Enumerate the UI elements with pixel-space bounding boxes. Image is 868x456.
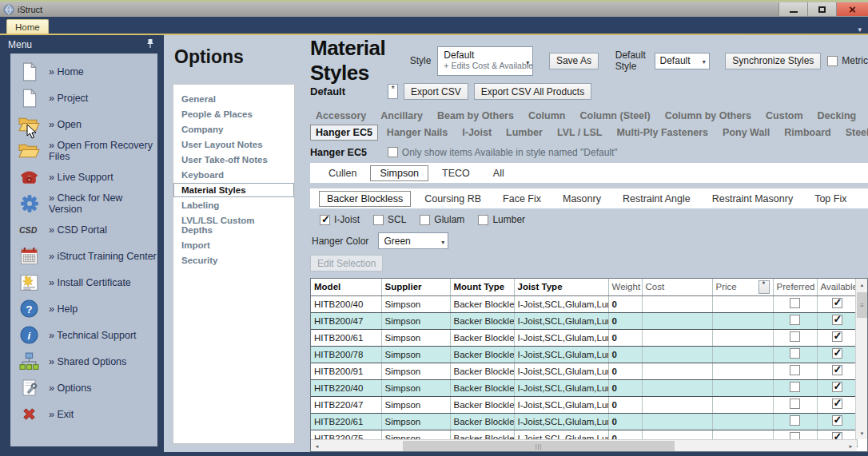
cell-mount-type[interactable]: Backer Blockless (450, 413, 514, 430)
cell-mount-type[interactable]: Backer Blockless (450, 329, 514, 346)
column-header-available[interactable]: Available (817, 279, 857, 295)
cell-weight[interactable]: 0 (608, 329, 642, 346)
options-item-general[interactable]: General (173, 92, 294, 106)
scroll-up-button[interactable] (856, 279, 868, 291)
cell-price[interactable] (712, 295, 773, 312)
sidebar-item-exit[interactable]: » Exit (10, 401, 157, 427)
sidebar-item-istruct-training-center[interactable]: » iStruct Training Center (10, 243, 157, 269)
brand-tab-simpson[interactable]: Simpson (370, 165, 428, 181)
scroll-down-button[interactable] (856, 427, 868, 439)
cell-available-checkbox[interactable] (817, 396, 857, 413)
cell-available-checkbox[interactable] (817, 295, 857, 312)
options-item-material-styles[interactable]: Material Styles (173, 183, 294, 197)
cell-preferred-checkbox[interactable] (773, 346, 817, 363)
column-header-weight[interactable]: Weight (608, 279, 642, 295)
cell-available-checkbox[interactable] (817, 346, 857, 363)
cell-supplier[interactable]: Simpson (381, 346, 450, 363)
options-item-people-places[interactable]: People & Places (173, 107, 294, 121)
category-tab-steel-w-shape[interactable]: Steel W Shape (840, 125, 868, 141)
cell-cost[interactable] (642, 396, 712, 413)
edit-selection-button[interactable]: Edit Selection (310, 255, 383, 272)
options-item-lvl-lsl-custom-depths[interactable]: LVL/LSL Custom Depths (173, 213, 294, 237)
cell-joist-type[interactable]: I-Joist,SCL,Glulam,Lumber (514, 329, 608, 346)
cell-mount-type[interactable]: Backer Blockless (450, 312, 514, 329)
category-tab-column-steel[interactable]: Column (Steel) (574, 108, 655, 124)
table-row-hitb200-61[interactable]: HITB200/61SimpsonBacker BlocklessI-Joist… (311, 329, 857, 346)
cell-supplier[interactable]: Simpson (381, 295, 450, 312)
table-row-hitb200-47[interactable]: HITB200/47SimpsonBacker BlocklessI-Joist… (311, 312, 857, 329)
category-tab-custom[interactable]: Custom (760, 108, 809, 124)
cell-mount-type[interactable]: Backer Blockless (450, 346, 514, 363)
sidebar-item-install-certificate[interactable]: » Install Certificate (10, 269, 157, 295)
synchronize-styles-button[interactable]: Synchronize Styles (725, 53, 821, 69)
column-header-mount-type[interactable]: Mount Type (450, 279, 514, 295)
cell-joist-type[interactable]: I-Joist,SCL,Glulam,Lumber (514, 295, 608, 312)
filter-checkbox-lumber[interactable]: Lumber (478, 214, 525, 225)
table-row-hitb200-40[interactable]: HITB200/40SimpsonBacker BlocklessI-Joist… (311, 295, 857, 312)
cell-mount-type[interactable]: Backer Blockless (450, 396, 514, 413)
mount-tab-face-fix[interactable]: Face Fix (495, 191, 549, 207)
cell-available-checkbox[interactable] (817, 413, 857, 430)
cell-model[interactable]: HITB200/91 (311, 363, 381, 379)
sidebar-item-csd-portal[interactable]: CSD» CSD Portal (10, 216, 157, 243)
category-tab-beam-by-others[interactable]: Beam by Others (432, 108, 520, 124)
cell-model[interactable]: HITB200/78 (311, 346, 381, 363)
cell-model[interactable]: HITB220/47 (311, 396, 381, 413)
cell-cost[interactable] (642, 363, 712, 379)
mount-tab-coursing-rb[interactable]: Coursing RB (416, 191, 489, 207)
category-tab-lvl-lsl[interactable]: LVL / LSL (551, 125, 607, 141)
category-tab-glulam[interactable]: Glulam (865, 108, 868, 124)
only-show-available-checkbox[interactable]: Only show items Available in style named… (388, 147, 618, 158)
scroll-right-button[interactable] (845, 440, 857, 452)
mount-tab-top-fix-rb[interactable]: Top Fix RB (860, 191, 868, 207)
maximize-button[interactable] (807, 2, 836, 16)
column-options-button[interactable] (759, 280, 770, 294)
category-tab-ancillary[interactable]: Ancillary (375, 108, 428, 124)
cell-weight[interactable]: 0 (608, 396, 642, 413)
cell-mount-type[interactable]: Backer Blockless (450, 379, 514, 396)
cell-supplier[interactable]: Simpson (381, 413, 450, 430)
sidebar-item-technical-support[interactable]: i» Technical Support (10, 322, 157, 348)
scroll-left-button[interactable] (311, 440, 323, 452)
category-tab-rimboard[interactable]: Rimboard (778, 125, 836, 141)
category-tab-accessory[interactable]: Accessory (310, 108, 372, 124)
horizontal-scrollbar-thumb[interactable] (403, 441, 675, 451)
cell-joist-type[interactable]: I-Joist,SCL,Glulam,Lumber (514, 346, 608, 363)
cell-joist-type[interactable]: I-Joist,SCL,Glulam,Lumber (514, 312, 608, 329)
cell-weight[interactable]: 0 (608, 413, 642, 430)
sidebar-item-home[interactable]: » Home (10, 58, 157, 85)
cell-cost[interactable] (642, 312, 712, 329)
mount-tab-top-fix[interactable]: Top Fix (806, 191, 854, 207)
filter-checkbox-glulam[interactable]: Glulam (420, 214, 464, 225)
cell-preferred-checkbox[interactable] (773, 396, 817, 413)
cell-weight[interactable]: 0 (608, 295, 642, 312)
category-tab-i-joist[interactable]: I-Joist (456, 125, 497, 141)
sidebar-item-help[interactable]: ?» Help (10, 295, 157, 322)
cell-supplier[interactable]: Simpson (381, 379, 450, 396)
cell-price[interactable] (712, 363, 773, 379)
category-tab-multi-ply-fasteners[interactable]: Multi-Ply Fasteners (611, 125, 714, 141)
brand-tab-all[interactable]: All (484, 165, 514, 181)
horizontal-scrollbar[interactable] (311, 439, 857, 451)
cell-preferred-checkbox[interactable] (773, 413, 817, 430)
cell-model[interactable]: HITB200/40 (311, 295, 381, 312)
default-style-select[interactable]: Default (655, 53, 710, 69)
cell-preferred-checkbox[interactable] (773, 312, 817, 329)
cell-mount-type[interactable]: Backer Blockless (450, 295, 514, 312)
cell-joist-type[interactable]: I-Joist,SCL,Glulam,Lumber (514, 363, 608, 379)
options-item-company[interactable]: Company (173, 122, 294, 137)
sidebar-item-check-for-new-version[interactable]: » Check for New Version (10, 190, 157, 216)
category-tab-pony-wall[interactable]: Pony Wall (717, 125, 775, 141)
cell-joist-type[interactable]: I-Joist,SCL,Glulam,Lumber (514, 379, 608, 396)
mount-tab-restraint-angle[interactable]: Restraint Angle (615, 191, 699, 207)
table-row-hitb220-40[interactable]: HITB220/40SimpsonBacker BlocklessI-Joist… (311, 379, 857, 396)
brand-tab-cullen[interactable]: Cullen (319, 165, 366, 181)
sidebar-item-options[interactable]: » Options (10, 375, 157, 401)
minimize-button[interactable] (778, 2, 807, 16)
cell-model[interactable]: HITB200/61 (311, 329, 381, 346)
close-button[interactable] (836, 2, 868, 16)
cell-price[interactable] (712, 312, 773, 329)
cell-cost[interactable] (642, 379, 712, 396)
vertical-scrollbar[interactable] (855, 279, 867, 439)
cell-price[interactable] (712, 379, 773, 396)
